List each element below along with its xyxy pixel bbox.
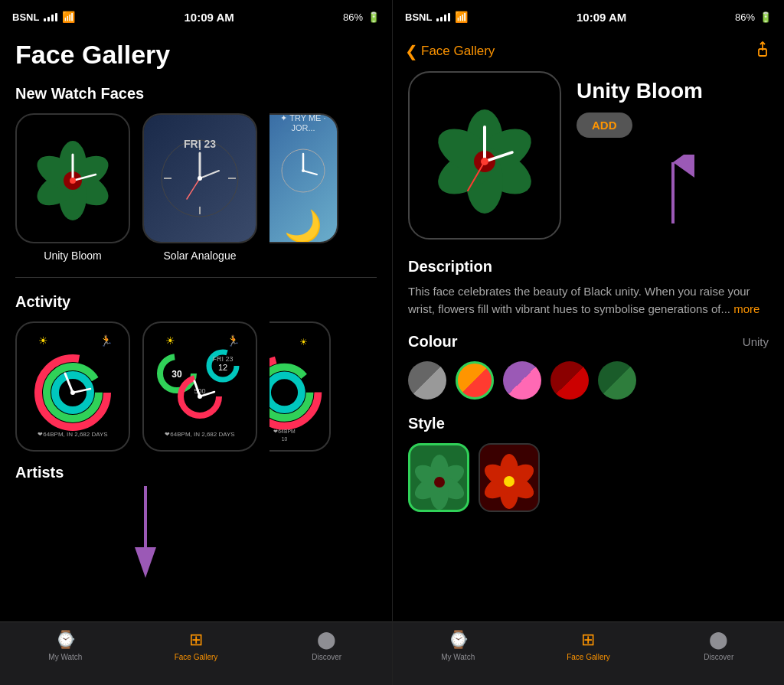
description-section: Description This face celebrates the bea… xyxy=(408,258,769,318)
colour-title: Colour xyxy=(408,333,457,351)
watch-faces-row: Unity Bloom FRI 23 xyxy=(15,113,377,262)
svg-text:10: 10 xyxy=(282,436,288,442)
r-signal-bar-3 xyxy=(444,15,446,21)
right-battery-icon: 🔋 xyxy=(760,11,772,23)
right-tab-my-watch[interactable]: ⌚ My Watch xyxy=(393,630,523,661)
share-button[interactable] xyxy=(753,40,772,62)
svg-text:🏃: 🏃 xyxy=(227,334,240,347)
colour-header: Colour Unity xyxy=(408,333,769,351)
right-wifi-icon: 📶 xyxy=(455,11,468,23)
swatch-dark-green[interactable] xyxy=(598,361,636,400)
partial-thumb[interactable]: ✦ TRY ME · JOR... 🌙 xyxy=(270,113,338,243)
right-signal-bars xyxy=(436,13,450,21)
svg-text:❤64BPM, IN 2,682 DAYS: ❤64BPM, IN 2,682 DAYS xyxy=(165,431,234,438)
solar-thumb[interactable]: FRI 23 xyxy=(142,113,257,243)
partial-content: ✦ TRY ME · JOR... 🌙 xyxy=(270,113,337,243)
watch-face-solar[interactable]: FRI 23 xyxy=(142,113,257,262)
swatch-dark-red[interactable] xyxy=(550,361,589,400)
right-nav: ❮ Face Gallery xyxy=(393,34,784,71)
left-tab-watch-label: My Watch xyxy=(48,653,82,661)
colour-section: Colour Unity xyxy=(408,333,769,400)
back-button[interactable]: ❮ Face Gallery xyxy=(405,42,495,60)
right-tab-gallery-label: Face Gallery xyxy=(567,653,610,661)
back-label: Face Gallery xyxy=(421,44,495,59)
colour-swatches xyxy=(408,361,769,400)
style-option-2[interactable] xyxy=(479,443,540,512)
signal-bar-2 xyxy=(47,17,50,21)
left-signal-bars xyxy=(44,13,57,21)
style-section: Style xyxy=(408,415,769,512)
solar-label: Solar Analogue xyxy=(164,250,237,262)
activity-row: ☀ 🏃 ❤64BPM, IN 2,682 DAYS ☀ xyxy=(15,321,377,452)
detail-unity-svg xyxy=(414,77,556,234)
svg-text:❤64BPM, IN 2,682 DAYS: ❤64BPM, IN 2,682 DAYS xyxy=(38,431,107,438)
swatch-yellow-red[interactable] xyxy=(456,361,494,400)
description-title: Description xyxy=(408,258,769,276)
add-button[interactable]: ADD xyxy=(577,113,632,138)
style-options-row xyxy=(408,443,769,512)
watch-face-partial[interactable]: ✦ TRY ME · JOR... 🌙 xyxy=(270,113,338,262)
right-tab-watch-label: My Watch xyxy=(441,653,475,661)
right-tab-face-gallery[interactable]: ⊞ Face Gallery xyxy=(523,630,653,661)
r-signal-bar-1 xyxy=(436,18,439,21)
left-tab-discover[interactable]: ⬤ Discover xyxy=(261,630,392,661)
activity-svg-2: ☀ 🏃 30 FRI 23 12 500 ❤64BPM, IN 2,682 DA xyxy=(150,328,250,446)
artists-title: Artists xyxy=(15,464,377,481)
svg-text:30: 30 xyxy=(172,369,182,380)
more-link[interactable]: more xyxy=(733,302,760,315)
left-status-left: BSNL 📶 xyxy=(12,11,75,23)
unity-bloom-thumb[interactable] xyxy=(15,113,130,243)
signal-bar-3 xyxy=(51,15,54,21)
svg-text:FRI 23: FRI 23 xyxy=(212,355,233,363)
left-status-bar: BSNL 📶 10:09 AM 86% 🔋 xyxy=(0,0,392,34)
right-panel: BSNL 📶 10:09 AM 86% 🔋 ❮ Face Gallery xyxy=(392,0,784,685)
unity-bloom-svg xyxy=(23,121,122,236)
style-2-svg xyxy=(480,445,538,510)
right-tab-discover-label: Discover xyxy=(704,653,733,661)
new-watch-faces-title: New Watch Faces xyxy=(15,85,377,103)
right-battery-pct: 86% xyxy=(735,11,755,23)
left-tab-my-watch[interactable]: ⌚ My Watch xyxy=(0,630,131,661)
svg-point-9 xyxy=(70,178,76,184)
right-tab-discover[interactable]: ⬤ Discover xyxy=(654,630,784,661)
right-gallery-icon: ⊞ xyxy=(581,630,595,650)
svg-text:☀: ☀ xyxy=(299,337,308,347)
left-status-right: 86% 🔋 xyxy=(343,11,380,23)
left-battery-pct: 86% xyxy=(343,11,363,23)
swatch-grey[interactable] xyxy=(408,361,446,400)
left-panel: BSNL 📶 10:09 AM 86% 🔋 Face Gallery New W… xyxy=(0,0,392,685)
right-time: 10:09 AM xyxy=(577,11,626,24)
right-status-left: BSNL 📶 xyxy=(405,11,468,23)
partial-activity[interactable]: ☀ ❤64BPM 10 xyxy=(270,321,331,452)
left-battery-icon: 🔋 xyxy=(368,11,380,23)
svg-text:☀: ☀ xyxy=(165,334,175,347)
svg-point-71 xyxy=(434,477,445,488)
face-detail-info: Unity Bloom ADD xyxy=(577,71,769,231)
r-signal-bar-2 xyxy=(440,17,443,21)
svg-line-16 xyxy=(200,171,219,178)
activity-face-2[interactable]: ☀ 🏃 30 FRI 23 12 500 ❤64BPM, IN 2,682 DA xyxy=(142,321,257,452)
activity-face-1[interactable]: ☀ 🏃 ❤64BPM, IN 2,682 DAYS xyxy=(15,321,130,452)
left-tab-face-gallery[interactable]: ⊞ Face Gallery xyxy=(131,630,262,661)
style-option-1[interactable] xyxy=(408,443,469,512)
svg-text:❤64BPM: ❤64BPM xyxy=(273,429,296,434)
swatch-purple-pink[interactable] xyxy=(503,361,541,400)
signal-bar-4 xyxy=(55,13,57,21)
left-watch-icon: ⌚ xyxy=(55,630,76,650)
right-discover-icon: ⬤ xyxy=(709,630,728,650)
artists-section: Artists xyxy=(15,464,377,481)
left-tab-discover-label: Discover xyxy=(312,653,341,661)
purple-up-arrow-container xyxy=(577,155,769,231)
face-detail-title: Unity Bloom xyxy=(577,79,769,103)
svg-point-47 xyxy=(270,375,302,409)
purple-down-arrow xyxy=(107,486,184,578)
right-carrier: BSNL xyxy=(405,11,432,23)
watch-face-unity-bloom[interactable]: Unity Bloom xyxy=(15,113,130,262)
svg-point-78 xyxy=(504,476,514,487)
purple-up-arrow-svg xyxy=(650,155,696,231)
signal-bar-1 xyxy=(44,18,46,21)
activity-section-title: Activity xyxy=(15,293,377,311)
svg-point-63 xyxy=(481,158,488,165)
left-tab-bar: ⌚ My Watch ⊞ Face Gallery ⬤ Discover xyxy=(0,621,392,685)
description-text: This face celebrates the beauty of Black… xyxy=(408,283,769,318)
